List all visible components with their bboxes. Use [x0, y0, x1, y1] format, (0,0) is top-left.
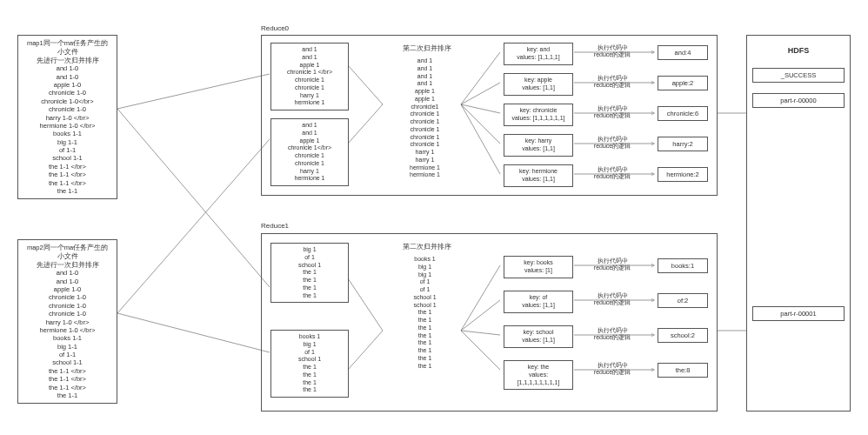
hdfs-success: _SUCCESS	[752, 68, 845, 83]
result-box: chronicle:6	[658, 106, 708, 121]
reduce0-input2: and 1and 1apple 1chronicle 1</br>chronic…	[270, 118, 349, 186]
kv-box: key: ofvalues: [1,1]	[504, 291, 573, 313]
hdfs-title: HDFS	[752, 46, 845, 55]
map2-content: and 1-0and 1-0apple 1-0chronicle 1-0chro…	[23, 269, 111, 399]
svg-line-1	[117, 109, 270, 287]
reduce1-input1: big 1of 1school 1the 1the 1the 1the 1	[270, 243, 349, 303]
reduce0-label: Reduce0	[261, 24, 289, 32]
map2-title: map2同一个ma任务产生的小文件 先进行一次归并排序	[23, 244, 111, 269]
map1-content: and 1-0and 1-0apple 1-0chronicle 1-0chro…	[23, 64, 111, 195]
reduce1-merged: books 1big 1big 1of 1of 1school 1school …	[388, 253, 462, 372]
exec-label: 执行代码中 reduce的逻辑	[586, 258, 638, 272]
result-box: hermione:2	[658, 167, 708, 182]
reduce1-label: Reduce1	[261, 222, 289, 230]
kv-box: key: andvalues: [1,1,1,1]	[504, 43, 573, 65]
reduce1-container: big 1of 1school 1the 1the 1the 1the 1 bo…	[261, 233, 718, 412]
kv-box: key: schoolvalues: [1,1]	[504, 325, 573, 348]
exec-label: 执行代码中 reduce的逻辑	[586, 75, 638, 90]
result-box: the:8	[658, 363, 708, 378]
reduce0-merged: and 1and 1and 1and 1apple 1apple 1chroni…	[388, 55, 462, 182]
svg-line-0	[117, 74, 270, 109]
kv-box: key: harryvalues: [1,1]	[504, 134, 573, 157]
result-box: and:4	[658, 45, 708, 60]
exec-label: 执行代码中 reduce的逻辑	[586, 44, 638, 59]
kv-box: key: hermionevalues: [1,1]	[504, 164, 573, 187]
map1-box: map1同一个ma任务产生的小文件 先进行一次归并排序 and 1-0and 1…	[17, 35, 117, 199]
hdfs-container: HDFS _SUCCESS part-r-00000 part-r-00001	[746, 35, 851, 412]
svg-line-2	[117, 139, 270, 313]
result-box: harry:2	[658, 137, 708, 151]
kv-box: key: thevalues: [1,1,1,1,1,1,1,1]	[504, 360, 573, 390]
exec-label: 执行代码中 reduce的逻辑	[586, 327, 638, 342]
exec-label: 执行代码中 reduce的逻辑	[586, 166, 638, 181]
exec-label: 执行代码中 reduce的逻辑	[586, 362, 638, 377]
result-box: of:2	[658, 293, 708, 308]
kv-box: key: applevalues: [1,1]	[504, 73, 573, 96]
reduce0-merge-title: 第二次归并排序	[392, 44, 462, 53]
hdfs-part0: part-r-00000	[752, 93, 845, 108]
kv-box: key: chroniclevalues: [1,1,1,1,1,1]	[504, 104, 573, 126]
reduce1-input2: books 1big 1of 1school 1the 1the 1the 1t…	[270, 330, 349, 398]
hdfs-part1: part-r-00001	[752, 306, 845, 321]
svg-line-3	[117, 313, 270, 352]
result-box: apple:2	[658, 76, 708, 90]
result-box: books:1	[658, 258, 708, 273]
exec-label: 执行代码中 reduce的逻辑	[586, 136, 638, 151]
reduce0-container: and 1and 1apple 1chronicle 1 </br>chroni…	[261, 35, 718, 196]
reduce1-merge-title: 第二次归并排序	[392, 243, 462, 251]
reduce0-input1: and 1and 1apple 1chronicle 1 </br>chroni…	[270, 43, 349, 110]
result-box: school:2	[658, 328, 708, 343]
map2-box: map2同一个ma任务产生的小文件 先进行一次归并排序 and 1-0and 1…	[17, 239, 117, 404]
exec-label: 执行代码中 reduce的逻辑	[586, 105, 638, 120]
kv-box: key: booksvalues: [1]	[504, 256, 573, 278]
exec-label: 执行代码中 reduce的逻辑	[586, 292, 638, 307]
map1-title: map1同一个ma任务产生的小文件 先进行一次归并排序	[23, 39, 111, 64]
